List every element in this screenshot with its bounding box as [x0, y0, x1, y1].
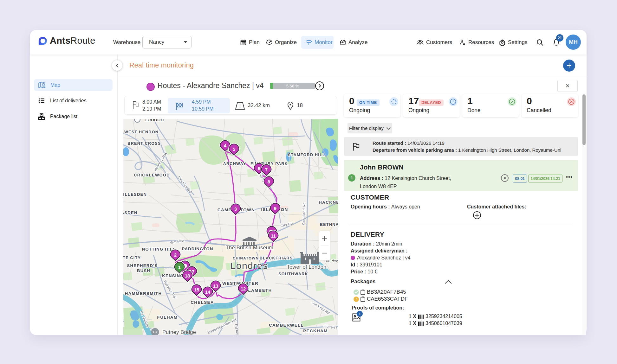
- svg-text:13: 13: [213, 283, 218, 289]
- svg-text:WEST HENDON: WEST HENDON: [124, 130, 159, 134]
- svg-text:CRICKLEWOOD: CRICKLEWOOD: [134, 173, 170, 177]
- svg-text:6: 6: [258, 166, 260, 171]
- svg-text:SOUTHWARK: SOUTHWARK: [278, 272, 308, 276]
- svg-text:BRENT CROSS: BRENT CROSS: [127, 141, 161, 146]
- svg-text:CHINATOWN: CHINATOWN: [233, 256, 259, 260]
- svg-text:FULHAM: FULHAM: [157, 315, 178, 320]
- svg-text:HACKNEY: HACKNEY: [319, 200, 338, 205]
- svg-text:LAMBETH: LAMBETH: [248, 288, 272, 293]
- svg-text:2: 2: [174, 252, 177, 258]
- svg-text:12: 12: [241, 286, 246, 291]
- svg-text:STAMFORD HILL: STAMFORD HILL: [288, 153, 325, 157]
- svg-text:BUSH: BUSH: [137, 268, 150, 273]
- svg-text:3: 3: [234, 206, 237, 212]
- svg-text:11: 11: [271, 233, 276, 239]
- svg-text:Kingsland Rd: Kingsland Rd: [302, 202, 306, 225]
- svg-text:5: 5: [233, 146, 235, 152]
- svg-text:NEASDEN: NEASDEN: [123, 210, 138, 215]
- svg-text:8: 8: [268, 179, 270, 184]
- svg-text:ARCHWAY: ARCHWAY: [223, 162, 246, 166]
- svg-text:14: 14: [205, 289, 211, 295]
- svg-text:WILLESDEN: WILLESDEN: [123, 192, 147, 197]
- svg-text:9: 9: [274, 206, 276, 211]
- svg-text:BLACKFRIARS: BLACKFRIARS: [260, 256, 293, 260]
- svg-text:Putney Bridge: Putney Bridge: [162, 329, 196, 335]
- svg-text:HAMMERSMITH: HAMMERSMITH: [125, 291, 162, 296]
- svg-text:1: 1: [178, 265, 181, 270]
- svg-text:PADDINGTON: PADDINGTON: [182, 246, 213, 251]
- svg-text:Tower of London: Tower of London: [287, 264, 326, 270]
- svg-text:London: London: [144, 119, 164, 123]
- svg-text:SHEPHERD'S: SHEPHERD'S: [127, 263, 158, 268]
- svg-text:18: 18: [185, 273, 190, 278]
- svg-text:4: 4: [224, 143, 227, 148]
- svg-text:PECKHAM: PECKHAM: [303, 329, 328, 333]
- svg-text:ixton Rd: ixton Rd: [235, 324, 238, 335]
- svg-text:15: 15: [194, 287, 199, 292]
- svg-text:CAMBERWELL: CAMBERWELL: [269, 323, 304, 328]
- svg-text:WHITE CITY: WHITE CITY: [123, 256, 141, 260]
- svg-text:7: 7: [265, 167, 268, 172]
- svg-text:Londres: Londres: [231, 260, 268, 271]
- svg-text:BETHNAL: BETHNAL: [320, 222, 338, 227]
- svg-text:CHELSEA: CHELSEA: [191, 300, 214, 305]
- svg-text:NOTTING HILL: NOTTING HILL: [142, 247, 176, 252]
